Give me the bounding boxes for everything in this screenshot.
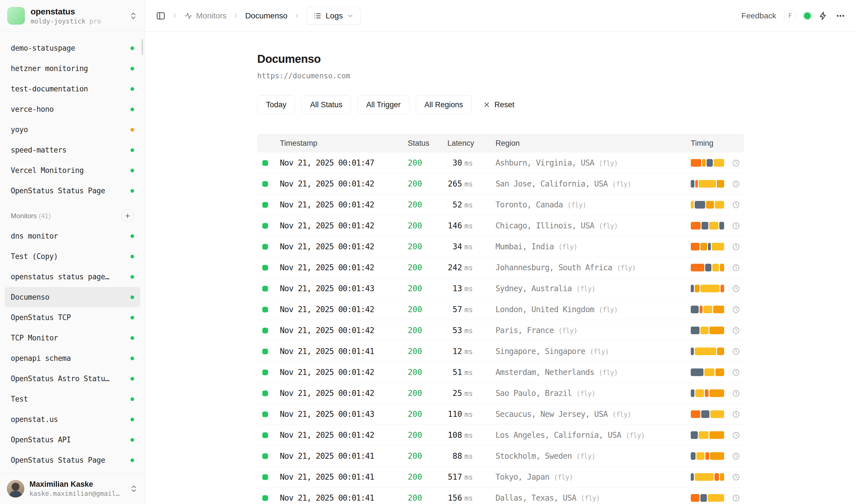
workspace-switcher[interactable]: openstatus moldy-joystick pro bbox=[0, 0, 145, 32]
sidebar-item[interactable]: hetzner monitoring bbox=[4, 58, 140, 79]
timestamp-cell: Nov 21, 2025 00:01:43 bbox=[273, 284, 401, 293]
timing-segment-amber bbox=[720, 264, 724, 271]
table-row[interactable]: Nov 21, 2025 00:01:41 200 517ms Tokyo, J… bbox=[257, 467, 744, 488]
filter-date[interactable]: Today bbox=[257, 95, 295, 114]
sidebar-item[interactable]: OpenStatus Astro Statu… bbox=[4, 368, 140, 389]
region-cell: Toronto, Canada (fly) bbox=[489, 200, 684, 210]
clock-icon bbox=[732, 494, 740, 502]
table-row[interactable]: Nov 21, 2025 00:01:42 200 146ms Chicago,… bbox=[257, 215, 744, 236]
sidebar-item[interactable]: Documenso bbox=[4, 287, 140, 307]
table-row[interactable]: Nov 21, 2025 00:01:41 200 12ms Singapore… bbox=[257, 341, 744, 362]
timestamp-cell: Nov 21, 2025 00:01:42 bbox=[273, 179, 401, 188]
table-row[interactable]: Nov 21, 2025 00:01:42 200 57ms London, U… bbox=[257, 299, 744, 320]
table-row[interactable]: Nov 21, 2025 00:01:41 200 156ms Dallas, … bbox=[257, 488, 744, 504]
status-dot-ok bbox=[130, 397, 134, 401]
table-row[interactable]: Nov 21, 2025 00:01:42 200 25ms Sao Paulo… bbox=[257, 383, 744, 404]
latency-cell: 265ms bbox=[441, 179, 489, 188]
feedback-button[interactable]: Feedback bbox=[742, 11, 776, 20]
more-options-button[interactable] bbox=[836, 11, 845, 21]
plus-icon bbox=[125, 213, 131, 219]
status-dot-ok bbox=[130, 316, 134, 320]
region-cell: Johannesburg, South Africa (fly) bbox=[489, 263, 684, 272]
timing-segment-yellow bbox=[696, 452, 704, 460]
filter-status[interactable]: All Status bbox=[301, 95, 351, 114]
add-monitor-button[interactable] bbox=[121, 210, 134, 222]
table-row[interactable]: Nov 21, 2025 00:01:47 200 30ms Ashburn, … bbox=[257, 152, 744, 174]
filter-trigger[interactable]: All Trigger bbox=[357, 95, 409, 114]
sidebar-item[interactable]: dns monitor bbox=[4, 226, 140, 246]
filter-regions[interactable]: All Regions bbox=[416, 95, 472, 114]
region-cell: Sao Paulo, Brazil (fly) bbox=[489, 389, 684, 398]
sidebar-item[interactable]: test-documentation bbox=[4, 79, 140, 99]
sidebar-item-label: OpenStatus API bbox=[11, 435, 71, 444]
table-row[interactable]: Nov 21, 2025 00:01:43 200 13ms Sydney, A… bbox=[257, 278, 744, 299]
table-row[interactable]: Nov 21, 2025 00:01:42 200 108ms Los Ange… bbox=[257, 425, 744, 446]
row-status-indicator bbox=[262, 244, 268, 250]
user-menu[interactable]: Maximilian Kaske kaske.maximilian@gmail… bbox=[0, 473, 145, 504]
sidebar-item[interactable]: verce-hono bbox=[4, 99, 140, 120]
status-dot-ok bbox=[130, 148, 134, 152]
sidebar-item[interactable]: openstat.us bbox=[4, 409, 140, 430]
latency-cell: 13ms bbox=[441, 284, 489, 293]
quick-actions-button[interactable] bbox=[819, 11, 828, 20]
sidebar-item-label: OpenStatus Status Page bbox=[11, 456, 105, 464]
timing-bar bbox=[691, 264, 724, 271]
breadcrumb-monitors[interactable]: Monitors bbox=[184, 11, 226, 20]
reset-filters-button[interactable]: Reset bbox=[478, 95, 519, 114]
table-row[interactable]: Nov 21, 2025 00:01:43 200 110ms Secaucus… bbox=[257, 404, 744, 425]
sidebar-item[interactable]: demo-statuspage bbox=[4, 38, 140, 58]
sidebar-item[interactable]: speed-matters bbox=[4, 140, 140, 160]
sidebar-item[interactable]: Test bbox=[4, 389, 140, 409]
timing-segment-slate bbox=[700, 494, 707, 502]
sidebar-scrollbar[interactable] bbox=[142, 39, 143, 55]
user-avatar bbox=[7, 480, 24, 498]
region-cell: Mumbai, India (fly) bbox=[489, 242, 684, 251]
timing-segment-yellow bbox=[715, 201, 724, 209]
timing-cell bbox=[684, 264, 728, 271]
timing-segment-slate bbox=[705, 264, 711, 271]
table-row[interactable]: Nov 21, 2025 00:01:42 200 265ms San Jose… bbox=[257, 174, 744, 194]
table-row[interactable]: Nov 21, 2025 00:01:42 200 53ms Paris, Fr… bbox=[257, 320, 744, 341]
ellipsis-icon bbox=[836, 11, 845, 21]
timing-segment-orange bbox=[691, 222, 701, 230]
sidebar-item-label: openstat.us bbox=[11, 415, 58, 424]
status-dot-ok bbox=[130, 255, 134, 258]
sidebar-item[interactable]: openapi schema bbox=[4, 348, 140, 368]
sidebar-item-label: Test bbox=[11, 395, 28, 403]
sidebar-item[interactable]: OpenStatus Status Page bbox=[4, 450, 140, 470]
sidebar-item[interactable]: TCP Monitor bbox=[4, 328, 140, 348]
timing-segment-orange bbox=[691, 159, 701, 167]
table-row[interactable]: Nov 21, 2025 00:01:41 200 88ms Stockholm… bbox=[257, 446, 744, 467]
timing-cell bbox=[684, 285, 728, 292]
chevrons-up-down-icon bbox=[129, 12, 138, 20]
timing-segment-slate bbox=[701, 222, 708, 230]
timing-bar bbox=[691, 180, 724, 187]
sidebar-item[interactable]: Test (Copy) bbox=[4, 246, 140, 267]
sidebar-item[interactable]: openstatus status page… bbox=[4, 267, 140, 287]
region-cell: Chicago, Illinois, USA (fly) bbox=[489, 221, 684, 230]
table-row[interactable]: Nov 21, 2025 00:01:42 200 51ms Amsterdam… bbox=[257, 362, 744, 383]
sidebar-item[interactable]: OpenStatus TCP bbox=[4, 307, 140, 328]
sidebar-item[interactable]: yoyo bbox=[4, 120, 140, 140]
table-row[interactable]: Nov 21, 2025 00:01:42 200 34ms Mumbai, I… bbox=[257, 236, 744, 257]
sidebar-item[interactable]: OpenStatus Status Page bbox=[4, 181, 140, 201]
sidebar-item[interactable]: Vercel Monitoring bbox=[4, 160, 140, 181]
latency-cell: 108ms bbox=[441, 430, 489, 440]
sidebar-toggle-button[interactable] bbox=[156, 11, 165, 21]
clock-icon bbox=[732, 410, 740, 418]
view-selector-logs[interactable]: Logs bbox=[306, 7, 361, 25]
timestamp-cell: Nov 21, 2025 00:01:43 bbox=[273, 410, 401, 419]
region-cell: Sydney, Australia (fly) bbox=[489, 284, 684, 293]
status-code-cell: 200 bbox=[401, 158, 441, 167]
timestamp-cell: Nov 21, 2025 00:01:42 bbox=[273, 200, 401, 210]
table-row[interactable]: Nov 21, 2025 00:01:42 200 52ms Toronto, … bbox=[257, 194, 744, 215]
timestamp-cell: Nov 21, 2025 00:01:41 bbox=[273, 451, 401, 461]
page-title: Documenso bbox=[257, 53, 744, 65]
sidebar-item-label: verce-hono bbox=[11, 105, 54, 113]
column-status: Status bbox=[401, 139, 441, 148]
table-row[interactable]: Nov 21, 2025 00:01:42 200 242ms Johannes… bbox=[257, 257, 744, 278]
breadcrumb-monitor[interactable]: Documenso bbox=[245, 11, 287, 20]
sidebar-item[interactable]: OpenStatus API bbox=[4, 430, 140, 450]
timing-segment-orange bbox=[705, 390, 709, 397]
timing-segment-yellow bbox=[695, 473, 714, 481]
